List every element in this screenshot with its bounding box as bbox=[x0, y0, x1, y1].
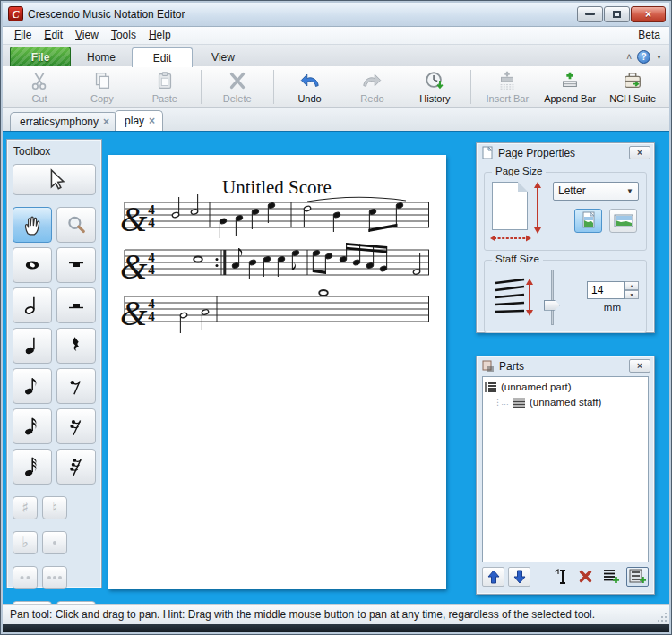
menu-tools[interactable]: Tools bbox=[105, 27, 142, 43]
thirtysecond-rest-button[interactable] bbox=[56, 449, 96, 485]
staff-size-slider[interactable] bbox=[542, 270, 562, 325]
nch-suite-button[interactable]: NCH Suite bbox=[601, 67, 664, 106]
quarter-rest-button[interactable] bbox=[56, 328, 96, 364]
paste-button[interactable]: Paste bbox=[134, 67, 196, 106]
half-rest-button[interactable] bbox=[56, 287, 96, 323]
undo-button[interactable]: Undo bbox=[279, 67, 341, 106]
cut-button[interactable]: Cut bbox=[8, 67, 71, 106]
delete-part-icon bbox=[579, 570, 592, 583]
thirtysecond-note-button[interactable] bbox=[13, 449, 52, 485]
move-up-button[interactable] bbox=[482, 567, 504, 587]
add-staff-icon bbox=[629, 569, 647, 584]
toolbar-separator bbox=[273, 70, 274, 104]
help-icon[interactable]: ? bbox=[637, 50, 650, 64]
redo-icon bbox=[360, 69, 383, 92]
tab-file[interactable]: File bbox=[10, 47, 71, 66]
triple-dot-button[interactable] bbox=[42, 566, 67, 589]
minimize-icon bbox=[585, 13, 595, 15]
dot-button[interactable] bbox=[42, 531, 67, 554]
tab-home[interactable]: Home bbox=[71, 47, 132, 66]
collapse-ribbon-icon[interactable]: ˄ bbox=[626, 52, 632, 62]
close-icon: × bbox=[637, 361, 642, 371]
flat-button[interactable]: ♭ bbox=[13, 531, 38, 554]
tree-item-staff[interactable]: ⋮… (unnamed staff) bbox=[485, 395, 646, 410]
tab-view[interactable]: View bbox=[193, 47, 254, 66]
parts-tree: (unnamed part) ⋮… (unnamed staff) bbox=[482, 376, 649, 562]
tab-close-icon[interactable]: × bbox=[149, 116, 155, 125]
tree-item-part[interactable]: (unnamed part) bbox=[485, 380, 646, 395]
sixteenth-note-button[interactable] bbox=[13, 408, 52, 444]
history-button[interactable]: History bbox=[403, 67, 466, 106]
zoom-tool-button[interactable] bbox=[56, 207, 96, 243]
spin-up-button[interactable]: ▲ bbox=[625, 281, 639, 290]
panel-close-button[interactable]: × bbox=[629, 359, 650, 373]
staff-2: & 4 4 bbox=[120, 243, 429, 286]
width-dimension-arrow bbox=[490, 234, 531, 243]
resize-grip[interactable] bbox=[657, 612, 668, 622]
treble-clef: & bbox=[120, 293, 148, 331]
insert-bar-icon bbox=[495, 69, 519, 92]
flat-icon: ♭ bbox=[22, 534, 29, 551]
close-button[interactable]: × bbox=[631, 6, 666, 22]
dropdown-arrow-icon: ▼ bbox=[626, 187, 633, 195]
spin-down-button[interactable]: ▼ bbox=[625, 290, 639, 299]
landscape-button[interactable] bbox=[609, 209, 637, 233]
score-page[interactable]: Untitled Score & 4 4 bbox=[108, 155, 446, 589]
move-down-button[interactable] bbox=[508, 567, 530, 587]
dropdown-arrow-icon[interactable]: ▼ bbox=[656, 54, 662, 60]
quarter-note-button[interactable] bbox=[13, 328, 52, 364]
eighth-note-button[interactable] bbox=[13, 368, 52, 404]
doc-tab-erraticsymphony[interactable]: erraticsymphony × bbox=[10, 112, 117, 131]
copy-icon bbox=[91, 69, 113, 92]
tab-edit[interactable]: Edit bbox=[132, 47, 193, 67]
select-arrow-icon bbox=[43, 167, 66, 191]
toolbox-panel: Toolbox bbox=[6, 139, 102, 588]
thirtysecond-rest-icon bbox=[65, 455, 87, 478]
redo-button[interactable]: Redo bbox=[341, 67, 404, 106]
triple-dot-icon bbox=[46, 570, 64, 586]
insert-bar-button[interactable]: Insert Bar bbox=[476, 67, 538, 106]
whole-note-button[interactable] bbox=[13, 247, 52, 283]
eighth-note-icon bbox=[22, 374, 43, 398]
pan-tool-button[interactable] bbox=[13, 207, 52, 243]
portrait-button[interactable] bbox=[574, 209, 602, 233]
add-part-button[interactable] bbox=[600, 567, 623, 587]
half-note-button[interactable] bbox=[13, 287, 52, 323]
natural-button[interactable]: ♮ bbox=[42, 496, 67, 519]
menu-view[interactable]: View bbox=[69, 27, 105, 43]
sixteenth-note-icon bbox=[22, 415, 43, 438]
eighth-rest-button[interactable] bbox=[56, 368, 96, 404]
copy-button[interactable]: Copy bbox=[71, 67, 134, 106]
beta-label: Beta bbox=[638, 29, 664, 41]
half-rest-icon bbox=[65, 296, 88, 315]
double-dot-button[interactable] bbox=[13, 566, 38, 589]
menu-edit[interactable]: Edit bbox=[38, 27, 69, 43]
tab-close-icon[interactable]: × bbox=[103, 117, 109, 126]
menu-help[interactable]: Help bbox=[142, 27, 177, 43]
rename-icon bbox=[553, 569, 567, 585]
append-bar-icon bbox=[558, 69, 582, 92]
minimize-button[interactable] bbox=[577, 6, 603, 22]
append-bar-button[interactable]: Append Bar bbox=[538, 67, 601, 106]
add-staff-button[interactable] bbox=[626, 567, 649, 587]
panel-close-button[interactable]: × bbox=[629, 146, 650, 159]
staff-size-input[interactable] bbox=[587, 281, 625, 299]
select-tool-button[interactable] bbox=[13, 164, 96, 195]
rename-button[interactable] bbox=[548, 567, 571, 587]
tree-connector: ⋮… bbox=[494, 398, 508, 407]
menu-file[interactable]: File bbox=[8, 27, 38, 43]
editor-canvas[interactable]: Toolbox bbox=[3, 131, 669, 604]
sharp-button[interactable]: ♯ bbox=[13, 496, 38, 519]
whole-rest-button[interactable] bbox=[56, 247, 96, 283]
unit-label: mm bbox=[569, 302, 639, 313]
delete-button[interactable]: Delete bbox=[206, 67, 269, 106]
maximize-button[interactable] bbox=[604, 6, 630, 22]
score-title: Untitled Score bbox=[222, 176, 332, 198]
sixteenth-rest-button[interactable] bbox=[56, 408, 96, 444]
parts-toolbar bbox=[477, 562, 654, 591]
page-size-dropdown[interactable]: Letter ▼ bbox=[553, 182, 639, 201]
doc-tab-play[interactable]: play × bbox=[115, 110, 163, 131]
whole-rest-icon bbox=[65, 255, 88, 275]
delete-part-button[interactable] bbox=[574, 567, 597, 587]
slider-thumb[interactable] bbox=[544, 300, 560, 311]
